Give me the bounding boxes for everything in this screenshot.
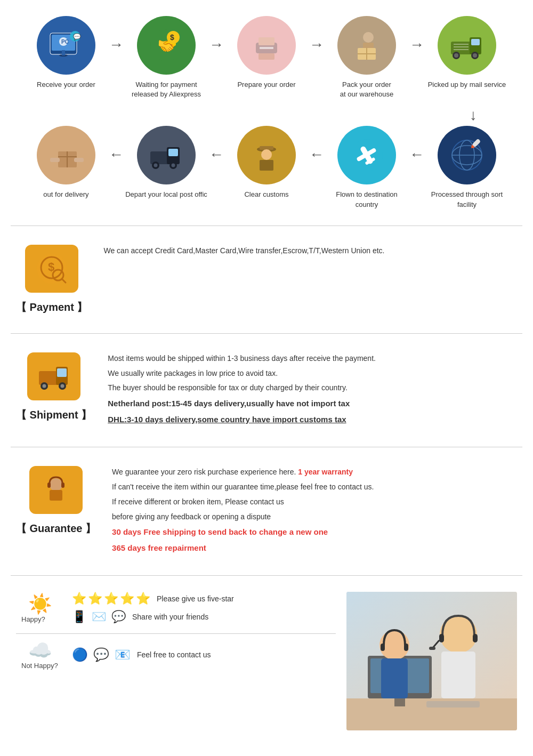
svg-rect-34 xyxy=(50,158,60,162)
flow-item-picked-up: Picked up by mail service xyxy=(424,16,510,90)
svg-rect-23 xyxy=(471,39,480,45)
guarantee-warranty: 1 year warranty xyxy=(298,468,353,476)
skype-icon: 🔵 xyxy=(72,647,88,662)
svg-rect-88 xyxy=(429,647,435,650)
not-happy-label: Not Happy? xyxy=(21,662,59,670)
svg-rect-84 xyxy=(441,652,475,698)
svg-point-70 xyxy=(50,478,62,491)
svg-rect-81 xyxy=(381,644,385,651)
flow-label-flown: Flown to destination country xyxy=(324,190,409,209)
arrow-1: → xyxy=(109,36,124,53)
flow-circle-receive: PC 💬 xyxy=(37,16,95,75)
cs-image-svg xyxy=(346,592,517,730)
sun-icon: ☀️ xyxy=(27,593,53,615)
shipment-section: 【 Shipment 】 Most items would be shipped… xyxy=(0,339,533,441)
guarantee-line1: We guarantee your zero risk purchase exp… xyxy=(112,468,296,476)
flow-circle-post xyxy=(137,126,196,184)
svg-point-40 xyxy=(154,164,158,167)
arrow-6: ← xyxy=(209,146,224,163)
payment-icon-box: $ xyxy=(25,245,78,293)
shipment-line5: DHL:3-10 days delivery,some country have… xyxy=(108,413,517,427)
flow-circle-prepare xyxy=(237,16,296,75)
flow-circle-flight xyxy=(337,126,396,184)
guarantee-label: 【 Guarantee 】 xyxy=(16,521,96,536)
wechat-icon: 💬 xyxy=(93,647,109,662)
divider-1 xyxy=(11,226,522,226)
arrow-2: → xyxy=(209,36,224,53)
flow-item-clear-customs: Clear customs xyxy=(224,126,309,199)
shipment-content: Most items would be shipped within 1-3 b… xyxy=(108,352,517,428)
guarantee-icon xyxy=(40,474,72,506)
arrow-8: ← xyxy=(409,146,424,163)
guarantee-icon-wrap: 【 Guarantee 】 xyxy=(16,466,96,536)
guarantee-line3: If receive different or broken item, Ple… xyxy=(112,496,517,509)
flow-circle-delivery xyxy=(37,126,95,184)
share-text: Share with your friends xyxy=(132,613,208,621)
arrow-7: ← xyxy=(309,146,324,163)
svg-point-27 xyxy=(473,53,477,58)
payment-section: $ 【 Payment 】 We can accept Credit Card,… xyxy=(0,231,533,328)
flow-circle-customs xyxy=(237,126,296,184)
svg-rect-73 xyxy=(61,482,64,488)
flow-row-2: out for delivery ← Depart your local pos… xyxy=(11,126,522,209)
svg-rect-80 xyxy=(381,658,408,698)
flow-item-prepare-order: Prepare your order xyxy=(224,16,309,90)
flow-label-delivery: out for delivery xyxy=(43,190,88,199)
flow-circle-pickup xyxy=(438,16,496,75)
shipment-line2: We usually write packages in low price t… xyxy=(108,367,517,380)
phone-icon: 📱 xyxy=(72,610,86,624)
svg-line-62 xyxy=(62,279,66,283)
flow-item-sort: Processed through sort facility xyxy=(424,126,510,209)
svg-text:$: $ xyxy=(170,33,174,42)
flow-row-1: PC 💬 Receive your order → 🤝 $ xyxy=(11,16,522,99)
svg-rect-72 xyxy=(47,482,51,488)
shipment-line4: Netherland post:15-45 days delivery,usua… xyxy=(108,397,517,411)
arrow-3: → xyxy=(309,36,324,53)
flow-item-depart-post: Depart your local post offic xyxy=(124,126,209,199)
divider-3 xyxy=(11,447,522,447)
payment-label: 【 Payment 】 xyxy=(16,300,87,315)
flow-item-receive-order: PC 💬 Receive your order xyxy=(23,16,109,90)
star-2: ⭐ xyxy=(88,592,102,606)
svg-rect-82 xyxy=(404,644,408,651)
shipment-icon-box xyxy=(27,352,80,400)
svg-rect-85 xyxy=(439,634,444,642)
payment-content: We can accept Credit Card,Master Card,Wi… xyxy=(103,245,517,260)
svg-rect-15 xyxy=(259,53,274,60)
payment-icon-wrap: $ 【 Payment 】 xyxy=(16,245,87,315)
guarantee-line5: 30 days Free shipping to send back to ch… xyxy=(112,525,517,539)
guarantee-line2: If can't receive the item within our gua… xyxy=(112,481,517,494)
flow-item-pack-order: Pack your orderat our warehouse xyxy=(324,16,409,99)
social-icons: 📱 ✉️ 💬 xyxy=(72,610,126,624)
arrow-5: ← xyxy=(109,146,124,163)
svg-rect-86 xyxy=(473,634,478,642)
flow-label-customs: Clear customs xyxy=(244,190,288,199)
guarantee-icon-box xyxy=(29,466,83,514)
delivery-box-icon xyxy=(47,136,85,174)
flow-circle-pack xyxy=(337,16,396,75)
contact-icons: 🔵 💬 📧 xyxy=(72,647,131,662)
svg-rect-44 xyxy=(260,146,273,150)
svg-rect-78 xyxy=(394,698,405,706)
guarantee-content: We guarantee your zero risk purchase exp… xyxy=(112,466,517,557)
customer-service-image xyxy=(346,592,517,730)
flow-label-pack: Pack your orderat our warehouse xyxy=(340,80,393,99)
shipment-icon-wrap: 【 Shipment 】 xyxy=(16,352,92,422)
sort-facility-icon xyxy=(448,136,486,174)
svg-point-67 xyxy=(43,384,46,388)
truck-depart-icon xyxy=(148,136,185,174)
customs-officer-icon xyxy=(248,136,285,174)
divider-inner xyxy=(16,633,336,634)
star-4: ⭐ xyxy=(120,592,134,606)
flow-circle-payment: 🤝 $ xyxy=(137,16,196,75)
svg-rect-89 xyxy=(426,701,480,707)
divider-2 xyxy=(11,333,522,334)
flow-label-receive: Receive your order xyxy=(37,80,95,90)
divider-4 xyxy=(11,575,522,576)
guarantee-section: 【 Guarantee 】 We guarantee your zero ris… xyxy=(0,453,533,570)
arrow-down: ↓ xyxy=(470,107,482,124)
shipment-line3: The buyer should be responsible for tax … xyxy=(108,382,517,395)
svg-rect-13 xyxy=(259,37,274,45)
arrow-4: → xyxy=(409,36,424,53)
five-star-text: Please give us five-star xyxy=(157,594,234,603)
